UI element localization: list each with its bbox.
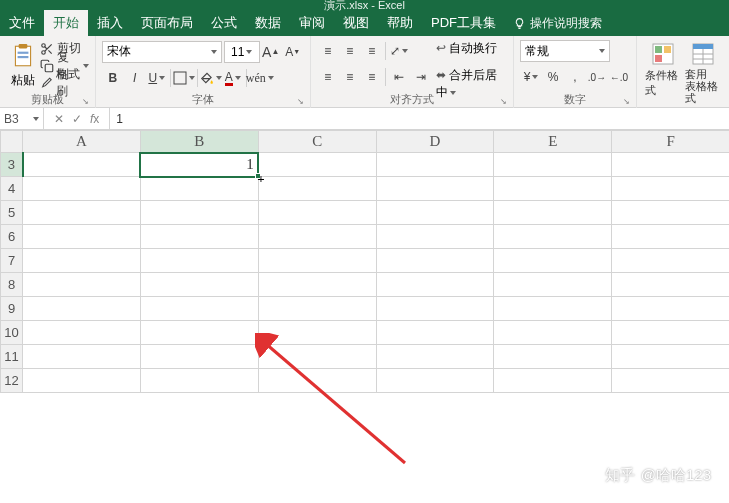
- wrap-text-button[interactable]: ↩自动换行: [436, 40, 507, 63]
- cell[interactable]: [376, 177, 494, 201]
- percent-button[interactable]: %: [542, 66, 564, 88]
- cell[interactable]: [612, 345, 729, 369]
- increase-indent-button[interactable]: ⇥: [410, 66, 432, 88]
- cell[interactable]: [494, 177, 612, 201]
- formula-input[interactable]: 1: [110, 108, 729, 129]
- tab-page-layout[interactable]: 页面布局: [132, 10, 202, 36]
- cell[interactable]: [140, 249, 258, 273]
- decrease-indent-button[interactable]: ⇤: [388, 66, 410, 88]
- cell[interactable]: [140, 321, 258, 345]
- cell[interactable]: [140, 177, 258, 201]
- tab-review[interactable]: 审阅: [290, 10, 334, 36]
- decrease-font-button[interactable]: A▼: [282, 41, 304, 63]
- tab-pdf[interactable]: PDF工具集: [422, 10, 505, 36]
- cell[interactable]: [23, 201, 141, 225]
- cell[interactable]: [140, 273, 258, 297]
- border-button[interactable]: [173, 67, 195, 89]
- cell[interactable]: [376, 345, 494, 369]
- clipboard-launcher-icon[interactable]: ↘: [82, 97, 89, 106]
- cell[interactable]: [23, 249, 141, 273]
- align-center-button[interactable]: ≡: [339, 66, 361, 88]
- ribbon-search[interactable]: 操作说明搜索: [513, 15, 602, 32]
- cell[interactable]: [258, 225, 376, 249]
- conditional-formatting-button[interactable]: 条件格式: [643, 40, 683, 98]
- tab-data[interactable]: 数据: [246, 10, 290, 36]
- tab-insert[interactable]: 插入: [88, 10, 132, 36]
- row-header[interactable]: 4: [1, 177, 23, 201]
- align-middle-button[interactable]: ≡: [339, 40, 361, 62]
- cell[interactable]: [258, 321, 376, 345]
- cell[interactable]: [23, 177, 141, 201]
- cell[interactable]: [23, 345, 141, 369]
- cell[interactable]: [376, 249, 494, 273]
- enter-formula-button[interactable]: ✓: [72, 112, 82, 126]
- phonetic-button[interactable]: wén: [249, 67, 271, 89]
- cell[interactable]: [494, 249, 612, 273]
- tab-formula[interactable]: 公式: [202, 10, 246, 36]
- cell[interactable]: [258, 297, 376, 321]
- row-header[interactable]: 5: [1, 201, 23, 225]
- cell[interactable]: [23, 297, 141, 321]
- cell[interactable]: [140, 225, 258, 249]
- fill-color-button[interactable]: [200, 67, 222, 89]
- cell[interactable]: [612, 249, 729, 273]
- cell[interactable]: [494, 297, 612, 321]
- alignment-launcher-icon[interactable]: ↘: [500, 97, 507, 106]
- format-as-table-button[interactable]: 套用 表格格式: [683, 40, 723, 104]
- cell[interactable]: [376, 153, 494, 177]
- align-left-button[interactable]: ≡: [317, 66, 339, 88]
- align-right-button[interactable]: ≡: [361, 66, 383, 88]
- cell[interactable]: [494, 321, 612, 345]
- cell[interactable]: [612, 297, 729, 321]
- italic-button[interactable]: I: [124, 67, 146, 89]
- cell[interactable]: [23, 225, 141, 249]
- decrease-decimal-button[interactable]: ←.0: [608, 66, 630, 88]
- cell[interactable]: [376, 321, 494, 345]
- tab-home[interactable]: 开始: [44, 10, 88, 36]
- cell[interactable]: [140, 201, 258, 225]
- align-bottom-button[interactable]: ≡: [361, 40, 383, 62]
- column-header[interactable]: A: [23, 131, 141, 153]
- cell[interactable]: [140, 297, 258, 321]
- cell[interactable]: [494, 369, 612, 393]
- tab-help[interactable]: 帮助: [378, 10, 422, 36]
- cell[interactable]: [23, 369, 141, 393]
- cell[interactable]: [258, 369, 376, 393]
- increase-decimal-button[interactable]: .0→: [586, 66, 608, 88]
- cell[interactable]: [612, 273, 729, 297]
- cell[interactable]: [258, 345, 376, 369]
- cell[interactable]: [376, 297, 494, 321]
- row-header[interactable]: 7: [1, 249, 23, 273]
- row-header[interactable]: 6: [1, 225, 23, 249]
- bold-button[interactable]: B: [102, 67, 124, 89]
- cell[interactable]: [140, 345, 258, 369]
- cell[interactable]: [258, 273, 376, 297]
- cell[interactable]: [612, 369, 729, 393]
- cell[interactable]: [376, 273, 494, 297]
- paste-button[interactable]: 粘贴: [6, 40, 40, 89]
- cell[interactable]: [612, 153, 729, 177]
- column-header[interactable]: C: [258, 131, 376, 153]
- cell[interactable]: [612, 321, 729, 345]
- font-launcher-icon[interactable]: ↘: [297, 97, 304, 106]
- column-header[interactable]: B: [140, 131, 258, 153]
- merge-center-button[interactable]: ⬌合并后居中: [436, 67, 507, 89]
- fx-button[interactable]: fx: [90, 112, 99, 126]
- cell[interactable]: [612, 177, 729, 201]
- cancel-formula-button[interactable]: ✕: [54, 112, 64, 126]
- cell[interactable]: [140, 369, 258, 393]
- row-header[interactable]: 3: [1, 153, 23, 177]
- underline-button[interactable]: U: [146, 67, 168, 89]
- increase-font-button[interactable]: A▲: [260, 41, 282, 63]
- cell[interactable]: [23, 273, 141, 297]
- column-header[interactable]: F: [612, 131, 729, 153]
- font-name-dropdown[interactable]: 宋体: [102, 41, 222, 63]
- column-header[interactable]: D: [376, 131, 494, 153]
- row-header[interactable]: 11: [1, 345, 23, 369]
- format-painter-button[interactable]: 格式刷: [40, 74, 89, 91]
- row-header[interactable]: 10: [1, 321, 23, 345]
- cell[interactable]: [23, 153, 141, 177]
- cell[interactable]: [612, 225, 729, 249]
- tab-view[interactable]: 视图: [334, 10, 378, 36]
- font-size-dropdown[interactable]: 11: [224, 41, 260, 63]
